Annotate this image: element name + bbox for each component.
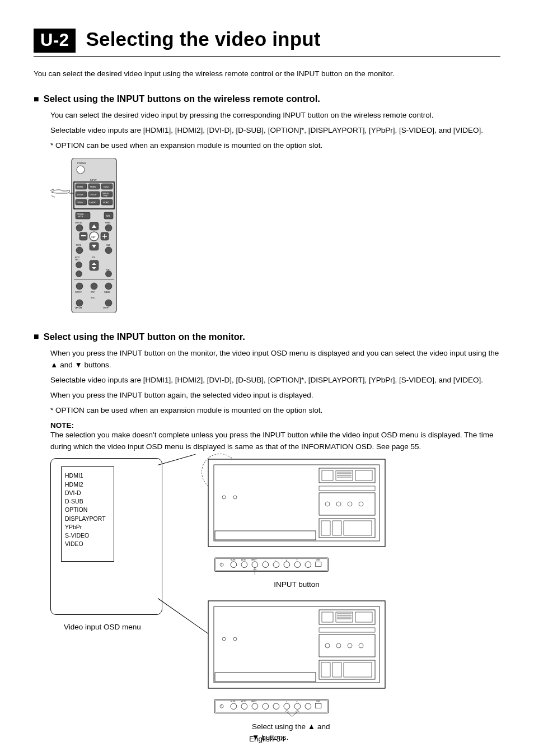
svg-point-58	[91, 283, 97, 290]
section2-heading-text: Select using the INPUT button on the mon…	[44, 332, 245, 342]
osd-item: D-SUB	[65, 497, 110, 506]
section2-heading: ■ Select using the INPUT button on the m…	[34, 332, 500, 342]
remote-input-label: INPUT	[90, 179, 97, 181]
svg-text:AUTO: AUTO	[241, 701, 246, 703]
svg-point-96	[241, 562, 247, 568]
monitor-back-illustration	[207, 600, 386, 689]
svg-point-99	[273, 562, 279, 568]
svg-rect-69	[214, 465, 380, 541]
svg-point-45	[105, 247, 112, 254]
svg-point-143	[263, 703, 269, 710]
svg-point-100	[284, 562, 290, 568]
osd-item: VIDEO	[65, 540, 110, 548]
svg-text:SIZE: SIZE	[106, 244, 110, 246]
chapter-heading: U-2 Selecting the video input	[34, 28, 500, 57]
svg-text:USB: USB	[316, 559, 320, 561]
svg-text:DVI-D: DVI-D	[104, 186, 109, 188]
bullet-square-icon: ■	[34, 332, 39, 341]
osd-item: S-VIDEO	[65, 531, 110, 540]
svg-text:MODE: MODE	[78, 216, 83, 218]
osd-item: YPbPr	[65, 523, 110, 531]
svg-text:AUTO: AUTO	[241, 559, 246, 561]
svg-text:OPTION: OPTION	[90, 194, 97, 196]
svg-text:MUTE: MUTE	[76, 244, 81, 246]
svg-point-57	[76, 283, 83, 290]
svg-point-48	[76, 262, 82, 268]
svg-text:+: +	[265, 559, 266, 561]
osd-item: OPTION	[65, 506, 110, 514]
osd-item: HDMI1	[65, 472, 110, 480]
monitor-back-illustration	[207, 458, 386, 548]
svg-text:INPUT: INPUT	[251, 701, 256, 703]
up-triangle-icon: ▲	[50, 360, 58, 371]
section1-line1: You can select the desired video input b…	[50, 110, 500, 122]
remote-illustration: POWER INPUT HDMI1 HDMI2 DVI-D D-SUB OPTI…	[50, 158, 500, 315]
note-label: NOTE:	[50, 421, 500, 430]
svg-text:YPbPr: YPbPr	[77, 202, 83, 204]
svg-text:INPUT: INPUT	[251, 559, 256, 561]
svg-point-145	[284, 703, 290, 710]
section1-heading: ■ Select using the INPUT buttons on the …	[34, 94, 500, 104]
svg-text:DISPLAY: DISPLAY	[75, 222, 83, 224]
svg-text:USB: USB	[316, 701, 320, 703]
svg-text:CHANGE: CHANGE	[104, 291, 110, 293]
svg-text:MUTE: MUTE	[231, 559, 236, 561]
osd-menu-inner: HDMI1 HDMI2 DVI-D D-SUB OPTION DISPLAYPO…	[61, 466, 114, 562]
page-footer: English-34	[0, 735, 534, 743]
svg-text:-: -	[275, 701, 276, 703]
section2-line3: When you press the INPUT button again, t…	[50, 390, 500, 402]
svg-point-141	[241, 703, 247, 710]
bullet-square-icon: ■	[34, 95, 39, 104]
svg-point-55	[106, 270, 112, 277]
svg-text:INPUT: INPUT	[75, 259, 79, 261]
svg-text:STILL: STILL	[91, 297, 96, 299]
svg-text:▲: ▲	[285, 701, 287, 703]
osd-menu-frame: HDMI1 HDMI2 DVI-D D-SUB OPTION DISPLAYPO…	[50, 458, 162, 615]
svg-text:CAPTURE: CAPTURE	[75, 307, 82, 309]
svg-point-142	[252, 703, 258, 710]
note-text: The selection you make doesn't complete …	[50, 430, 500, 453]
svg-point-54	[76, 270, 82, 277]
svg-point-98	[263, 562, 269, 568]
svg-text:▼: ▼	[296, 701, 298, 703]
chapter-badge: U-2	[34, 29, 76, 53]
input-button-caption: INPUT button	[196, 580, 397, 589]
svg-point-101	[294, 562, 301, 568]
svg-point-59	[105, 283, 112, 290]
section1-heading-text: Select using the INPUT buttons on the wi…	[44, 94, 320, 104]
svg-text:S-VIDEO: S-VIDEO	[90, 202, 97, 204]
svg-point-32	[105, 225, 112, 231]
svg-point-102	[305, 562, 311, 568]
svg-text:-: -	[275, 559, 276, 561]
section2-line4: * OPTION can be used when an expansion m…	[50, 405, 500, 417]
svg-rect-36	[81, 235, 86, 236]
svg-point-140	[231, 703, 237, 710]
svg-text:+: +	[265, 701, 266, 703]
svg-text:D-SUB: D-SUB	[77, 194, 83, 196]
svg-point-144	[273, 703, 279, 710]
svg-text:ON/OFF: ON/OFF	[103, 307, 109, 309]
svg-text:▲: ▲	[285, 559, 287, 561]
osd-caption: Video input OSD menu	[64, 623, 168, 631]
svg-point-1	[77, 166, 85, 174]
svg-text:▼: ▼	[296, 559, 298, 561]
svg-text:MENU: MENU	[105, 222, 111, 224]
svg-text:VIDEO: VIDEO	[103, 202, 109, 204]
svg-point-97	[252, 562, 258, 568]
svg-text:SET: SET	[91, 236, 96, 239]
button-panel-illustration: MUTE AUTO INPUT + - ▲ ▼ USB	[196, 554, 347, 576]
svg-text:N/R: N/R	[106, 215, 110, 217]
svg-point-146	[294, 703, 301, 710]
svg-text:PORT: PORT	[104, 195, 108, 197]
osd-item: DVI-D	[65, 489, 110, 497]
down-triangle-icon: ▼	[74, 360, 82, 371]
svg-text:MUTE: MUTE	[231, 701, 236, 703]
section1-line3: * OPTION can be used when an expansion m…	[50, 140, 500, 152]
chapter-title: Selecting the video input	[86, 28, 320, 50]
section2-line1: When you press the INPUT button on the m…	[50, 348, 500, 371]
svg-text:INPUT: INPUT	[91, 291, 95, 293]
svg-text:HDMI2: HDMI2	[90, 186, 96, 188]
svg-text:VOL: VOL	[92, 256, 96, 259]
remote-power-label: POWER	[77, 162, 86, 165]
section2-line2: Selectable video inputs are [HDMI1], [HD…	[50, 375, 500, 386]
